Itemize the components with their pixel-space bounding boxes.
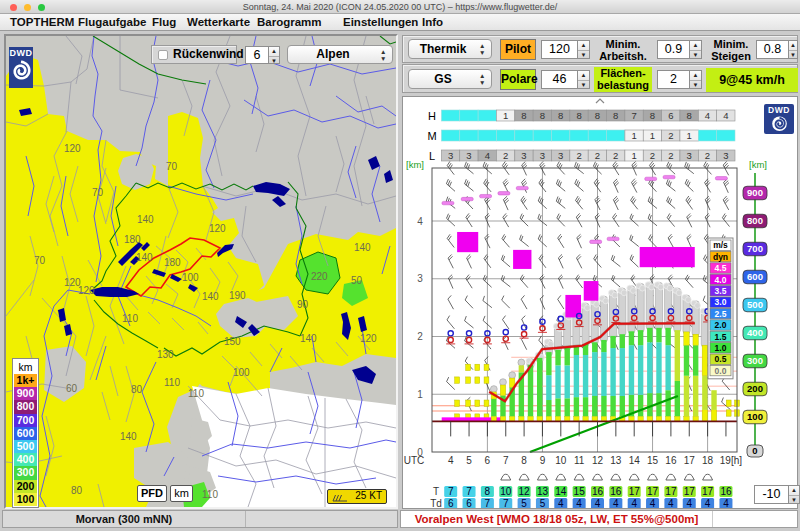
menu-flug[interactable]: Flug <box>152 14 176 30</box>
thermal-climb-bar <box>491 399 496 416</box>
thermal-climb-bar <box>675 330 680 381</box>
distance-axis-value: 700 <box>747 243 763 254</box>
temperature-value: 8 <box>485 486 491 497</box>
meteogram-panel[interactable]: H1888888786844M1121L3342333222122323[km]… <box>402 96 798 509</box>
wing-loading-field[interactable]: 2 <box>657 70 690 89</box>
min-working-height-stepper[interactable]: ▲▼ <box>690 40 702 59</box>
polar-button[interactable]: Polare <box>500 69 536 90</box>
thermal-climb-bar <box>638 330 643 345</box>
thermal-climb-bar <box>546 375 551 400</box>
pilot-button[interactable]: Pilot <box>500 39 536 60</box>
map-hour-spinner[interactable]: 6 <box>245 46 269 64</box>
tailwind-checkbox[interactable] <box>158 50 168 60</box>
distance-axis-value: 200 <box>747 383 763 394</box>
pilot-weight-stepper[interactable]: ▲▼ <box>578 40 590 59</box>
menu-wetterkarte[interactable]: Wetterkarte <box>187 14 250 30</box>
dewpoint-value: 4 <box>631 498 637 508</box>
wing-loading-stepper[interactable]: ▲▼ <box>690 70 702 89</box>
thermal-climb-bar <box>565 398 570 416</box>
cloud-cover-value: 2 <box>705 150 710 161</box>
cloud-cover-cell <box>698 130 716 141</box>
altitude-axis-label: [km] <box>406 159 424 170</box>
cloud-row-label: H <box>428 110 436 122</box>
temperature-value: 10 <box>500 486 512 497</box>
cloud-base-symbol <box>593 474 603 480</box>
temperature-label: T <box>433 486 439 497</box>
dewpoint-value: 7 <box>485 498 491 508</box>
dynamic-lift-marker <box>663 175 675 178</box>
dynamic-lift-marker <box>590 240 602 243</box>
cloud-base-symbol <box>537 474 547 480</box>
distance-axis-value: 100 <box>747 411 763 422</box>
menu-einstellungen[interactable]: Einstellungen <box>343 14 418 30</box>
map-hour-stepper[interactable]: ▲▼ <box>269 46 280 64</box>
thermal-climb-bar <box>693 376 698 416</box>
min-working-height-field[interactable]: 0.9 <box>657 40 690 59</box>
cloud-cover-value: 2 <box>668 150 673 161</box>
mode-dropdown[interactable]: Thermik ▲▼ <box>408 39 492 59</box>
temp-offset-field[interactable]: -10 <box>754 485 789 504</box>
menu-flugaufgabe[interactable]: Flugaufgabe <box>78 14 146 30</box>
cumulus-puff <box>490 386 497 393</box>
cloud-cover-value: 8 <box>521 110 526 121</box>
pfd-button[interactable]: PFD <box>137 485 167 502</box>
cumulus-puff <box>518 359 525 366</box>
distance-axis-value: 0 <box>752 445 757 456</box>
map-contour-label: 120 <box>360 333 377 344</box>
cloud-cover-value: 7 <box>631 110 636 121</box>
cloud-base-symbol <box>703 474 713 480</box>
cloud-base-symbol <box>629 474 639 480</box>
map-contour-label: 190 <box>229 290 246 301</box>
map-panel[interactable]: 1207070701401801401801001201201201101306… <box>4 34 398 509</box>
map-legend-item: 800 <box>14 400 37 413</box>
thermal-map[interactable]: 1207070701401801401801001201201201101306… <box>6 36 396 507</box>
thermal-climb-bar <box>583 355 588 397</box>
menu-toptherm[interactable]: TOPTHERM <box>10 14 74 30</box>
wing-loading-label: Flächen-belastung <box>594 67 652 92</box>
map-contour-label: 110 <box>188 388 204 399</box>
glider-dropdown[interactable]: GS ▲▼ <box>408 69 492 89</box>
hour-tick-label: 18 <box>702 455 714 466</box>
cloud-cover-value: 4 <box>485 150 490 161</box>
thermal-climb-bar <box>537 358 542 416</box>
climb-rate-legend-label: 4.5 <box>715 263 727 273</box>
polar-index-field[interactable]: 46 <box>541 70 578 89</box>
thermal-climb-bar <box>592 396 597 416</box>
thermal-climb-bar <box>638 345 643 395</box>
dwd-logo-right: DWD <box>764 104 794 134</box>
pilot-weight-field[interactable]: 120 <box>541 40 578 59</box>
cloud-base-symbol <box>574 474 584 480</box>
polar-index-stepper[interactable]: ▲▼ <box>578 70 590 89</box>
temperature-value: 14 <box>555 486 567 497</box>
dewpoint-value: 6 <box>448 498 454 508</box>
dewpoint-value: 4 <box>595 498 601 508</box>
wind-scale-label: 25 KT <box>355 490 382 501</box>
temp-offset-stepper[interactable]: ▲▼ <box>789 485 800 504</box>
meteogram-chart[interactable]: H1888888786844M1121L3342333222122323[km]… <box>403 97 797 508</box>
thermal-climb-bar <box>702 410 707 422</box>
thermal-climb-bar <box>546 352 551 375</box>
collapse-handle-icon[interactable] <box>596 99 604 103</box>
map-contour-label: 110 <box>164 377 180 388</box>
map-contour-label: 140 <box>136 252 153 263</box>
km-button[interactable]: km <box>170 485 193 502</box>
hour-tick-label: 11 <box>574 455 585 466</box>
menu-barogramm[interactable]: Barogramm <box>257 14 322 30</box>
hour-tick-label: 15 <box>647 455 659 466</box>
cloud-cover-value: 8 <box>558 110 563 121</box>
cloud-cover-value: 8 <box>686 110 691 121</box>
thermal-climb-bar <box>693 334 698 345</box>
climb-rate-legend-label: 1.5 <box>715 332 727 342</box>
dynamic-lift-marker <box>461 197 473 200</box>
menu-info[interactable]: Info <box>422 14 443 30</box>
climb-rate-legend-label: 0.5 <box>715 354 727 364</box>
dropdown-arrows-icon: ▲▼ <box>479 70 488 88</box>
dewpoint-value: 4 <box>668 498 674 508</box>
thermal-climb-bar <box>656 328 661 342</box>
map-contour-label: 80 <box>71 485 83 496</box>
min-climb-stepper[interactable]: ▲▼ <box>789 40 798 59</box>
dewpoint-value: 4 <box>558 498 564 508</box>
temperature-value: 13 <box>537 486 549 497</box>
region-dropdown[interactable]: Alpen ▲▼ <box>287 45 393 64</box>
min-climb-field[interactable]: 0.8 <box>756 40 789 59</box>
